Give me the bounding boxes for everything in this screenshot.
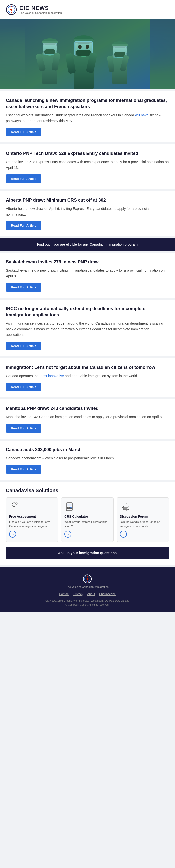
hero-illustration	[25, 19, 150, 89]
footer-link-unsubscribe[interactable]: Unsubscribe	[99, 592, 116, 596]
article-7-read-button[interactable]: Read Full Article	[6, 424, 41, 433]
discussion-forum-arrow[interactable]: →	[120, 531, 127, 538]
svg-rect-50	[121, 503, 127, 507]
article-7: Manitoba PNP draw: 243 candidates invite…	[0, 399, 175, 439]
site-footer: The voice of Canadian immigration Contac…	[0, 567, 175, 612]
article-5-read-button[interactable]: Read Full Article	[6, 342, 41, 350]
article-1-title: Canada launching 6 new immigration progr…	[6, 97, 169, 110]
svg-point-20	[86, 45, 89, 49]
article-1: Canada launching 6 new immigration progr…	[0, 91, 175, 142]
footer-tagline: The voice of Canadian immigration	[6, 585, 169, 588]
article-8: Canada adds 303,000 jobs in March Canada…	[0, 441, 175, 480]
footer-address: CICNews, 1303 Greene Ave., Suite 200, We…	[6, 599, 169, 607]
article-3-excerpt: Alberta held a new draw on April 6, invi…	[6, 206, 169, 217]
article-8-excerpt: Canada's economy grew even closer to pre…	[6, 455, 169, 461]
footer-links: Contact Privacy About Unsubscribe	[6, 592, 169, 596]
free-assessment-arrow[interactable]: →	[9, 531, 16, 538]
article-8-title: Canada adds 303,000 jobs in March	[6, 446, 169, 453]
discussion-forum-desc: Join the world's largest Canadian immigr…	[120, 520, 166, 528]
svg-rect-52	[124, 506, 129, 510]
forum-icon	[120, 502, 130, 512]
article-2-read-button[interactable]: Read Full Article	[6, 174, 41, 183]
svg-point-2	[10, 8, 12, 10]
svg-rect-34	[11, 509, 17, 509]
svg-rect-27	[112, 43, 128, 46]
logo-text: CIC NEWS The voice of Canadian immigrati…	[20, 5, 62, 14]
article-3-title: Alberta PNP draw: Minimum CRS cut off at…	[6, 197, 169, 203]
article-3: Alberta PNP draw: Minimum CRS cut off at…	[0, 191, 175, 236]
site-tagline: The voice of Canadian immigration	[20, 11, 62, 14]
solution-crs-calculator: CRS Calculator What is your Express Entr…	[61, 497, 113, 542]
svg-rect-9	[42, 40, 58, 43]
cta-banner[interactable]: Find out if you are eligible for any Can…	[0, 238, 175, 251]
article-4-read-button[interactable]: Read Full Article	[6, 283, 41, 291]
article-6: Immigration: Let's not forget about the …	[0, 358, 175, 398]
footer-link-privacy[interactable]: Privacy	[73, 592, 83, 596]
svg-rect-39	[67, 504, 72, 506]
footer-logo	[6, 575, 169, 583]
discussion-forum-title: Discussion Forum	[120, 515, 166, 518]
svg-rect-43	[67, 508, 69, 509]
crs-calculator-desc: What is your Express Entry ranking score…	[65, 520, 110, 528]
svg-rect-45	[70, 508, 72, 509]
article-5: IRCC no longer automatically extending d…	[0, 300, 175, 356]
article-2-title: Ontario PNP Tech Draw: 528 Express Entry…	[6, 150, 169, 157]
svg-marker-53	[126, 510, 128, 511]
article-7-title: Manitoba PNP draw: 243 candidates invite…	[6, 405, 169, 412]
article-6-title: Immigration: Let's not forget about the …	[6, 364, 169, 371]
free-assessment-desc: Find out if you are eligible for any Can…	[9, 520, 55, 528]
site-title: CIC NEWS	[20, 5, 62, 11]
svg-text:✓✓: ✓✓	[16, 503, 18, 505]
article-8-read-button[interactable]: Read Full Article	[6, 465, 41, 474]
svg-rect-33	[12, 508, 17, 508]
person-icon: ✓✓	[9, 502, 19, 512]
cta-banner-text: Find out if you are eligible for any Can…	[37, 242, 138, 246]
article-4-title: Saskatchewan invites 279 in new PNP draw	[6, 259, 169, 265]
article-4: Saskatchewan invites 279 in new PNP draw…	[0, 253, 175, 298]
article-4-excerpt: Saskatchewan held a new draw, inviting i…	[6, 268, 169, 279]
footer-link-contact[interactable]: Contact	[59, 592, 70, 596]
article-2-excerpt: Ontario invited 528 Express Entry candid…	[6, 159, 169, 170]
svg-marker-51	[122, 507, 124, 509]
crs-calculator-title: CRS Calculator	[65, 515, 110, 518]
ask-button[interactable]: Ask us your immigration questions	[6, 547, 169, 559]
article-1-excerpt: Essential workers, international student…	[6, 112, 169, 124]
site-header: CIC NEWS The voice of Canadian immigrati…	[0, 0, 175, 19]
article-7-excerpt: Manitoba invited 243 Canadian immigratio…	[6, 414, 169, 420]
article-3-read-button[interactable]: Read Full Article	[6, 221, 41, 230]
svg-rect-35	[12, 510, 16, 510]
solution-discussion-forum: Discussion Forum Join the world's larges…	[117, 497, 169, 542]
canadavisa-section: CanadaVisa Solutions ✓✓ Free Assessment …	[0, 482, 175, 565]
crs-calculator-arrow[interactable]: →	[65, 531, 71, 538]
svg-point-58	[87, 578, 89, 580]
solutions-grid: ✓✓ Free Assessment Find out if you are e…	[6, 497, 169, 542]
footer-logo-icon	[83, 575, 92, 583]
article-6-read-button[interactable]: Read Full Article	[6, 382, 41, 391]
logo-icon	[6, 4, 17, 15]
svg-rect-11	[44, 49, 56, 54]
solution-free-assessment: ✓✓ Free Assessment Find out if you are e…	[6, 497, 58, 542]
canadavisa-title: CanadaVisa Solutions	[6, 488, 169, 493]
article-1-read-button[interactable]: Read Full Article	[6, 127, 41, 136]
free-assessment-title: Free Assessment	[9, 515, 55, 518]
article-5-excerpt: As immigration services start to reopen …	[6, 320, 169, 337]
hero-image	[0, 19, 175, 89]
svg-rect-44	[69, 508, 70, 509]
calculator-icon	[65, 502, 74, 512]
svg-rect-21	[76, 50, 91, 56]
article-6-excerpt: Canada operates the most innovative and …	[6, 373, 169, 379]
svg-point-19	[78, 45, 82, 49]
footer-link-about[interactable]: About	[87, 592, 95, 596]
article-2: Ontario PNP Tech Draw: 528 Express Entry…	[0, 144, 175, 189]
article-5-title: IRCC no longer automatically extending d…	[6, 306, 169, 318]
